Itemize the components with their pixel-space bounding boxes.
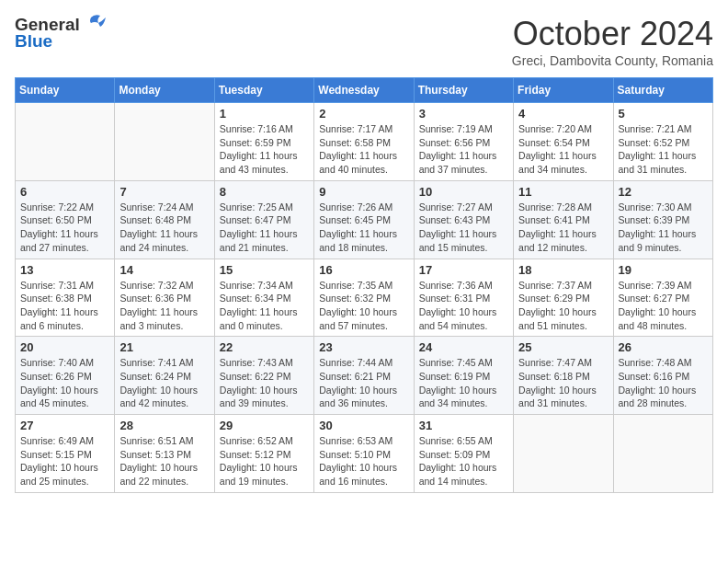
calendar-cell: 1Sunrise: 7:16 AM Sunset: 6:59 PM Daylig… [214,103,313,181]
day-number: 31 [419,419,508,432]
day-number: 8 [220,185,309,199]
day-info: Sunrise: 6:55 AM Sunset: 5:09 PM Dayligh… [419,434,508,488]
day-number: 7 [119,185,209,199]
day-number: 6 [20,185,109,199]
calendar-cell: 2Sunrise: 7:17 AM Sunset: 6:58 PM Daylig… [314,103,414,181]
day-info: Sunrise: 7:30 AM Sunset: 6:39 PM Dayligh… [619,201,708,255]
calendar-week-row: 6Sunrise: 7:22 AM Sunset: 6:50 PM Daylig… [16,180,713,259]
day-info: Sunrise: 7:44 AM Sunset: 6:21 PM Dayligh… [319,356,408,410]
calendar-cell [613,415,712,493]
weekday-header-sunday: Sunday [16,78,115,103]
calendar-cell: 3Sunrise: 7:19 AM Sunset: 6:56 PM Daylig… [414,103,513,181]
calendar-week-row: 13Sunrise: 7:31 AM Sunset: 6:38 PM Dayli… [16,259,713,337]
day-info: Sunrise: 7:20 AM Sunset: 6:54 PM Dayligh… [518,122,608,177]
day-info: Sunrise: 6:51 AM Sunset: 5:13 PM Dayligh… [119,434,209,488]
day-info: Sunrise: 7:45 AM Sunset: 6:19 PM Dayligh… [419,356,508,410]
day-info: Sunrise: 6:53 AM Sunset: 5:10 PM Dayligh… [319,434,408,488]
day-info: Sunrise: 7:24 AM Sunset: 6:48 PM Dayligh… [119,201,209,255]
day-number: 22 [220,340,309,354]
day-info: Sunrise: 6:49 AM Sunset: 5:15 PM Dayligh… [20,434,109,488]
day-info: Sunrise: 7:19 AM Sunset: 6:56 PM Dayligh… [419,122,508,177]
day-number: 26 [619,340,708,354]
weekday-header-wednesday: Wednesday [314,78,414,103]
logo-bird-icon [82,14,106,34]
page-header: General Blue October 2024 Greci, Dambovi… [15,15,713,68]
day-number: 1 [220,107,309,121]
location-subtitle: Greci, Dambovita County, Romania [512,53,713,68]
calendar-cell: 4Sunrise: 7:20 AM Sunset: 6:54 PM Daylig… [514,103,613,181]
day-info: Sunrise: 7:47 AM Sunset: 6:18 PM Dayligh… [518,356,608,410]
day-number: 24 [419,340,508,354]
weekday-header-tuesday: Tuesday [214,78,313,103]
calendar-cell: 20Sunrise: 7:40 AM Sunset: 6:26 PM Dayli… [16,337,115,415]
day-number: 29 [220,419,309,432]
calendar-cell: 22Sunrise: 7:43 AM Sunset: 6:22 PM Dayli… [214,337,313,415]
calendar-cell: 31Sunrise: 6:55 AM Sunset: 5:09 PM Dayli… [414,415,513,493]
calendar-week-row: 20Sunrise: 7:40 AM Sunset: 6:26 PM Dayli… [16,337,713,415]
calendar-cell: 8Sunrise: 7:25 AM Sunset: 6:47 PM Daylig… [214,180,313,259]
weekday-header-saturday: Saturday [613,78,712,103]
calendar-cell: 18Sunrise: 7:37 AM Sunset: 6:29 PM Dayli… [514,259,613,337]
day-info: Sunrise: 7:34 AM Sunset: 6:34 PM Dayligh… [220,279,309,333]
day-number: 10 [419,185,508,199]
day-number: 27 [20,419,109,432]
calendar-cell: 6Sunrise: 7:22 AM Sunset: 6:50 PM Daylig… [16,180,115,259]
day-number: 9 [319,185,408,199]
calendar-week-row: 1Sunrise: 7:16 AM Sunset: 6:59 PM Daylig… [16,103,713,181]
calendar-table: SundayMondayTuesdayWednesdayThursdayFrid… [15,77,713,493]
calendar-cell [514,415,613,493]
day-info: Sunrise: 7:35 AM Sunset: 6:32 PM Dayligh… [319,279,408,333]
calendar-week-row: 27Sunrise: 6:49 AM Sunset: 5:15 PM Dayli… [16,415,713,493]
day-number: 12 [619,185,708,199]
day-info: Sunrise: 7:41 AM Sunset: 6:24 PM Dayligh… [119,356,209,410]
weekday-header-monday: Monday [115,78,214,103]
calendar-cell: 12Sunrise: 7:30 AM Sunset: 6:39 PM Dayli… [613,180,712,259]
day-info: Sunrise: 7:31 AM Sunset: 6:38 PM Dayligh… [20,279,109,333]
day-number: 21 [119,340,209,354]
day-number: 5 [619,107,708,121]
month-title: October 2024 [512,15,713,53]
day-number: 2 [319,107,408,121]
day-number: 11 [518,185,608,199]
day-number: 4 [518,107,608,121]
calendar-cell: 5Sunrise: 7:21 AM Sunset: 6:52 PM Daylig… [613,103,712,181]
calendar-cell: 9Sunrise: 7:26 AM Sunset: 6:45 PM Daylig… [314,180,414,259]
calendar-cell: 16Sunrise: 7:35 AM Sunset: 6:32 PM Dayli… [314,259,414,337]
calendar-cell [115,103,214,181]
calendar-cell: 24Sunrise: 7:45 AM Sunset: 6:19 PM Dayli… [414,337,513,415]
title-section: October 2024 Greci, Dambovita County, Ro… [512,15,713,68]
day-number: 23 [319,340,408,354]
calendar-cell [16,103,115,181]
day-number: 14 [119,263,209,277]
day-info: Sunrise: 7:48 AM Sunset: 6:16 PM Dayligh… [619,356,708,410]
day-info: Sunrise: 7:27 AM Sunset: 6:43 PM Dayligh… [419,201,508,255]
day-number: 3 [419,107,508,121]
logo: General Blue [15,15,106,52]
calendar-cell: 23Sunrise: 7:44 AM Sunset: 6:21 PM Dayli… [314,337,414,415]
calendar-cell: 30Sunrise: 6:53 AM Sunset: 5:10 PM Dayli… [314,415,414,493]
day-info: Sunrise: 7:21 AM Sunset: 6:52 PM Dayligh… [619,122,708,177]
day-number: 20 [20,340,109,354]
day-number: 18 [518,263,608,277]
day-info: Sunrise: 7:40 AM Sunset: 6:26 PM Dayligh… [20,356,109,410]
calendar-cell: 27Sunrise: 6:49 AM Sunset: 5:15 PM Dayli… [16,415,115,493]
calendar-cell: 15Sunrise: 7:34 AM Sunset: 6:34 PM Dayli… [214,259,313,337]
calendar-cell: 21Sunrise: 7:41 AM Sunset: 6:24 PM Dayli… [115,337,214,415]
calendar-cell: 26Sunrise: 7:48 AM Sunset: 6:16 PM Dayli… [613,337,712,415]
calendar-cell: 11Sunrise: 7:28 AM Sunset: 6:41 PM Dayli… [514,180,613,259]
day-number: 19 [619,263,708,277]
calendar-cell: 19Sunrise: 7:39 AM Sunset: 6:27 PM Dayli… [613,259,712,337]
calendar-cell: 14Sunrise: 7:32 AM Sunset: 6:36 PM Dayli… [115,259,214,337]
day-info: Sunrise: 6:52 AM Sunset: 5:12 PM Dayligh… [220,434,309,488]
calendar-header-row: SundayMondayTuesdayWednesdayThursdayFrid… [16,78,713,103]
day-info: Sunrise: 7:22 AM Sunset: 6:50 PM Dayligh… [20,201,109,255]
day-number: 28 [119,419,209,432]
calendar-cell: 29Sunrise: 6:52 AM Sunset: 5:12 PM Dayli… [214,415,313,493]
day-number: 16 [319,263,408,277]
weekday-header-friday: Friday [514,78,613,103]
calendar-cell: 25Sunrise: 7:47 AM Sunset: 6:18 PM Dayli… [514,337,613,415]
day-info: Sunrise: 7:16 AM Sunset: 6:59 PM Dayligh… [220,122,309,177]
calendar-cell: 10Sunrise: 7:27 AM Sunset: 6:43 PM Dayli… [414,180,513,259]
day-number: 30 [319,419,408,432]
day-info: Sunrise: 7:26 AM Sunset: 6:45 PM Dayligh… [319,201,408,255]
